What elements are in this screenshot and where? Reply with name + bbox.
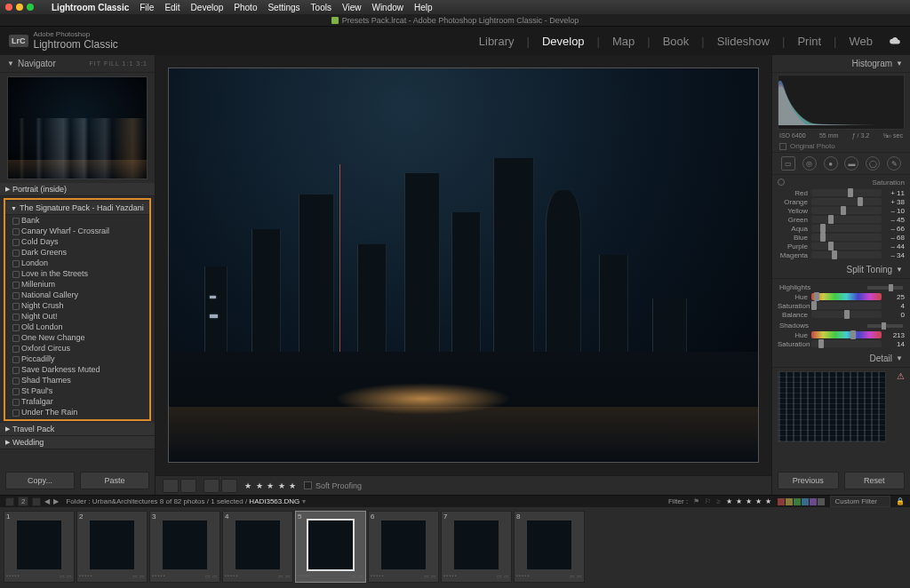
filmstrip-thumbnail[interactable]: 4•••••▭ ▭ xyxy=(222,511,293,583)
preset-item[interactable]: Piccadilly xyxy=(5,354,149,364)
detail-preview[interactable] xyxy=(778,371,886,442)
saturation-slider-orange[interactable]: Orange+ 38 xyxy=(778,197,905,206)
saturation-slider-blue[interactable]: Blue– 68 xyxy=(778,233,905,242)
saturation-slider-red[interactable]: Red+ 11 xyxy=(778,188,905,197)
menu-tools[interactable]: Tools xyxy=(311,3,331,12)
module-map[interactable]: Map xyxy=(609,35,638,48)
crop-tool-icon[interactable]: ▭ xyxy=(781,156,795,171)
menu-window[interactable]: Window xyxy=(371,3,403,12)
module-develop[interactable]: Develop xyxy=(539,35,588,48)
filmstrip-thumbnail[interactable]: 6•••••▭ ▭ xyxy=(368,511,439,583)
saturation-slider-green[interactable]: Green– 45 xyxy=(778,215,905,224)
preset-item[interactable]: Millenium xyxy=(5,279,149,290)
saturation-slider-purple[interactable]: Purple– 44 xyxy=(778,242,905,250)
app-menu[interactable]: Lightroom Classic xyxy=(52,3,129,12)
copy-button[interactable]: Copy... xyxy=(5,472,75,489)
preset-item[interactable]: London xyxy=(5,258,149,268)
preset-item[interactable]: Cold Days xyxy=(5,236,149,247)
module-print[interactable]: Print xyxy=(794,35,825,48)
cloud-sync-icon[interactable] xyxy=(889,36,901,45)
minimize-icon[interactable] xyxy=(16,4,23,11)
redeye-tool-icon[interactable]: ● xyxy=(824,156,838,171)
before-after-button[interactable] xyxy=(180,479,196,493)
preset-item[interactable]: Save Darkness Muted xyxy=(5,364,149,375)
module-web[interactable]: Web xyxy=(846,35,877,48)
color-label-swatch[interactable] xyxy=(818,498,825,505)
detail-header[interactable]: Detail ▼ xyxy=(772,350,910,368)
menu-edit[interactable]: Edit xyxy=(164,3,180,12)
preset-item[interactable]: One New Change xyxy=(5,332,149,343)
close-icon[interactable] xyxy=(5,4,12,11)
brush-tool-icon[interactable]: ✎ xyxy=(887,156,901,171)
highlights-swatch[interactable] xyxy=(867,286,903,290)
detail-warning-icon[interactable]: ⚠ xyxy=(891,368,910,385)
shadows-swatch[interactable] xyxy=(867,324,903,328)
saturation-slider-yellow[interactable]: Yellow– 10 xyxy=(778,206,905,215)
menu-develop[interactable]: Develop xyxy=(191,3,224,12)
menu-help[interactable]: Help xyxy=(414,3,433,12)
preset-item[interactable]: Dark Greens xyxy=(5,247,149,258)
color-label-swatch[interactable] xyxy=(794,498,801,505)
gradient-tool-icon[interactable]: ▬ xyxy=(844,156,858,171)
histogram-display[interactable] xyxy=(778,75,905,130)
navigator-preview[interactable] xyxy=(7,76,148,179)
paste-button[interactable]: Paste xyxy=(80,472,149,489)
preset-item[interactable]: Shad Thames xyxy=(5,375,149,385)
preset-group-header[interactable]: ▶Wedding xyxy=(0,436,155,449)
highlights-hue-slider[interactable]: Hue25 xyxy=(778,292,905,301)
highlights-sat-slider[interactable]: Saturation4 xyxy=(778,301,905,310)
module-book[interactable]: Book xyxy=(659,35,693,48)
menu-view[interactable]: View xyxy=(342,3,362,12)
preset-item[interactable]: National Gallery xyxy=(5,290,149,300)
preset-item[interactable]: Trafalgar xyxy=(5,396,149,407)
preset-item[interactable]: Night Crush xyxy=(5,300,149,311)
main-image-preview[interactable] xyxy=(168,68,759,463)
grid-icon[interactable] xyxy=(32,497,41,506)
color-label-swatch[interactable] xyxy=(786,498,793,505)
filmstrip-thumbnail[interactable]: 8•••••▭ ▭ xyxy=(514,511,585,583)
navigator-zoom-options[interactable]: FIT FILL 1:1 3:1 xyxy=(90,60,148,67)
shadows-sat-slider[interactable]: Saturation14 xyxy=(778,339,905,348)
original-photo-toggle[interactable]: Original Photo xyxy=(772,140,910,152)
flag-reject-icon[interactable]: ⚐ xyxy=(705,497,711,505)
targeted-adjust-icon[interactable] xyxy=(778,179,785,186)
copy-settings-button[interactable] xyxy=(221,479,237,493)
menu-file[interactable]: File xyxy=(140,3,154,12)
filmstrip-thumbnail[interactable]: 1•••••▭ ▭ xyxy=(4,511,75,583)
navigator-panel-header[interactable]: ▼ Navigator FIT FILL 1:1 3:1 xyxy=(0,55,155,73)
filmstrip-thumbnail[interactable]: 52•••••▭ ▭ xyxy=(295,511,366,583)
preset-group-header[interactable]: ▶Portrait (inside) xyxy=(0,183,155,196)
preset-item[interactable]: St Paul's xyxy=(5,385,149,396)
radial-tool-icon[interactable]: ◯ xyxy=(866,156,880,171)
filter-color-labels[interactable] xyxy=(778,498,825,505)
nav-back-icon[interactable]: ◀ xyxy=(44,497,50,505)
filter-stars[interactable]: ★ ★ ★ ★ ★ xyxy=(726,497,773,505)
preset-group-header[interactable]: ▶Travel Pack xyxy=(0,423,155,436)
filter-lock-icon[interactable]: 🔒 xyxy=(896,497,905,505)
color-label-swatch[interactable] xyxy=(778,498,785,505)
saturation-slider-magenta[interactable]: Magenta– 34 xyxy=(778,250,905,259)
swap-button[interactable] xyxy=(204,479,220,493)
histogram-header[interactable]: Histogram ▼ xyxy=(772,55,910,73)
preset-group-header[interactable]: ▼The Signature Pack - Hadi Yazdani xyxy=(5,202,149,215)
filmstrip[interactable]: 1•••••▭ ▭2•••••▭ ▭3•••••▭ ▭4•••••▭ ▭52••… xyxy=(0,507,910,586)
preset-item[interactable]: Old London xyxy=(5,322,149,332)
breadcrumb[interactable]: Folder : Urban&Architectures 8 of 82 pho… xyxy=(66,497,305,505)
preset-item[interactable]: Night Out! xyxy=(5,311,149,322)
filmstrip-thumbnail[interactable]: 7•••••▭ ▭ xyxy=(441,511,512,583)
spot-removal-icon[interactable]: ◎ xyxy=(802,156,817,171)
menu-photo[interactable]: Photo xyxy=(234,3,257,12)
module-library[interactable]: Library xyxy=(475,35,518,48)
preset-item[interactable]: Canary Wharf - Crossrail xyxy=(5,226,149,236)
preset-item[interactable]: Bank xyxy=(5,215,149,226)
rating-stars[interactable]: ★ ★ ★ ★ ★ xyxy=(244,481,297,490)
preset-item[interactable]: Love in the Streets xyxy=(5,268,149,279)
preset-item[interactable]: Oxford Circus xyxy=(5,343,149,354)
custom-filter-dropdown[interactable]: Custom Filter xyxy=(830,496,890,507)
filmstrip-thumbnail[interactable]: 2•••••▭ ▭ xyxy=(76,511,148,583)
preset-item[interactable]: Under The Rain xyxy=(5,407,149,417)
color-label-swatch[interactable] xyxy=(802,498,809,505)
filmstrip-thumbnail[interactable]: 3•••••▭ ▭ xyxy=(149,511,220,583)
previous-button[interactable]: Previous xyxy=(778,472,839,489)
saturation-slider-aqua[interactable]: Aqua– 66 xyxy=(778,224,905,233)
